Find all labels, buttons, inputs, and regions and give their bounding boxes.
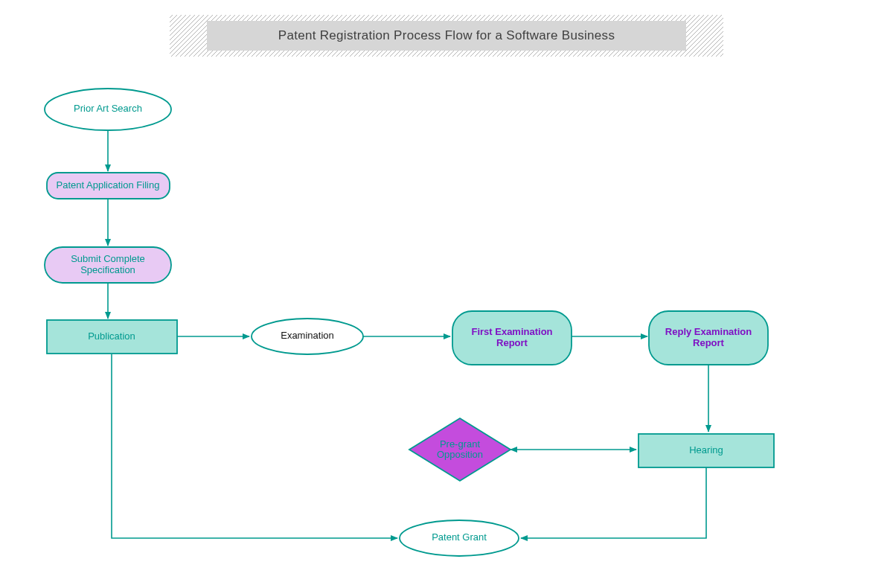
label-submit-spec-1: Submit Complete <box>71 253 145 264</box>
label-publication: Publication <box>88 330 135 342</box>
label-patent-grant: Patent Grant <box>432 531 487 543</box>
edge-publication-to-grant <box>112 354 397 538</box>
node-first-exam-report: First Examination Report <box>452 311 572 365</box>
label-examination: Examination <box>281 330 334 341</box>
node-publication: Publication <box>47 320 177 354</box>
node-pregrant-opposition: Pre-grant Opposition <box>409 418 510 481</box>
label-pregrant-2: Opposition <box>437 449 483 460</box>
node-reply-exam-report: Reply Examination Report <box>649 311 768 365</box>
node-prior-art-search: Prior Art Search <box>45 89 171 130</box>
label-reply-exam-1: Reply Examination <box>665 326 752 337</box>
edge-hearing-to-grant <box>521 467 706 538</box>
node-hearing: Hearing <box>638 434 774 467</box>
label-first-exam-2: Report <box>496 337 528 348</box>
label-filing: Patent Application Filing <box>57 179 160 191</box>
label-first-exam-1: First Examination <box>471 326 552 337</box>
node-submit-spec: Submit Complete Specification <box>45 247 171 283</box>
node-examination: Examination <box>252 319 363 354</box>
label-submit-spec-2: Specification <box>80 264 135 275</box>
diagram-title: Patent Registration Process Flow for a S… <box>278 28 615 42</box>
node-filing: Patent Application Filing <box>47 173 170 199</box>
label-hearing: Hearing <box>689 444 723 456</box>
label-prior-art: Prior Art Search <box>74 103 142 114</box>
node-patent-grant: Patent Grant <box>400 520 519 556</box>
title-banner: Patent Registration Process Flow for a S… <box>170 15 723 57</box>
label-reply-exam-2: Report <box>693 337 725 348</box>
label-pregrant-1: Pre-grant <box>440 438 481 450</box>
